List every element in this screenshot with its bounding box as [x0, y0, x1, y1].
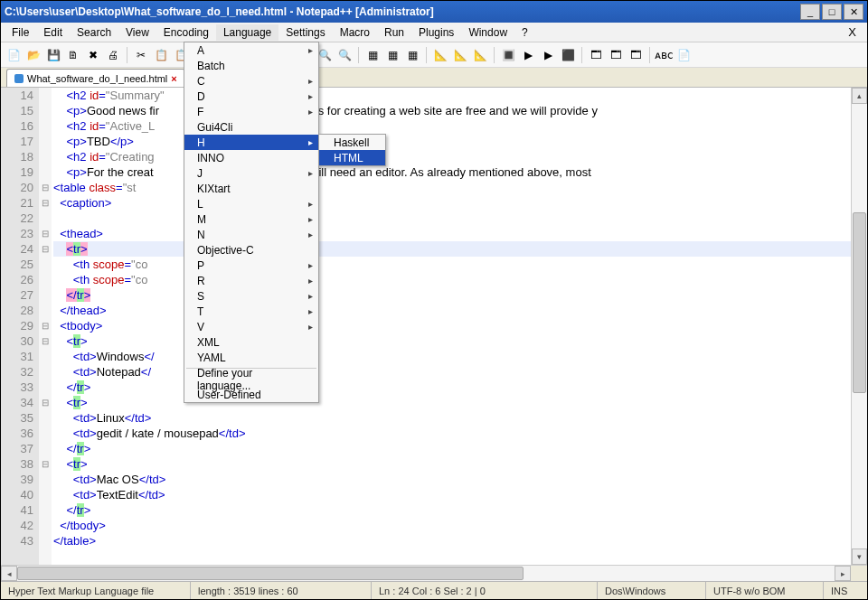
code-line[interactable]: <td>Mac OS</td>	[53, 472, 851, 487]
vertical-scrollbar[interactable]: ▴ ▾	[851, 88, 867, 565]
code-line[interactable]: </tbody>	[53, 518, 851, 533]
toolbar-button[interactable]: ᴀʙᴄ	[655, 46, 673, 64]
scroll-down-button[interactable]: ▾	[852, 548, 867, 565]
code-line[interactable]: <p>For the creat g a web site, you will …	[53, 164, 851, 180]
menu-view[interactable]: View	[118, 24, 156, 41]
toolbar-button[interactable]: 🗔	[627, 46, 645, 64]
code-line[interactable]: <h2 id="Active_L ning</h2>	[53, 118, 851, 134]
code-area[interactable]: <h2 id="Summary" <p>Good news fir ftware…	[52, 88, 851, 565]
code-line[interactable]: <table class="st	[53, 180, 851, 195]
lang-item-f[interactable]: F	[184, 104, 318, 119]
toolbar-button[interactable]: 📋	[152, 46, 170, 64]
secondary-close[interactable]: X	[841, 25, 863, 39]
lang-item-t[interactable]: T	[184, 304, 318, 319]
code-line[interactable]: </tr>	[53, 441, 851, 456]
toolbar-button[interactable]: 🔍	[335, 46, 354, 64]
toolbar-button[interactable]: 🗔	[587, 46, 605, 64]
fold-gutter[interactable]: ⊟⊟⊟⊟⊟⊟⊟⊟	[39, 88, 52, 565]
toolbar-button[interactable]: 📄	[5, 46, 23, 64]
code-line[interactable]: <td>Notepad</	[53, 364, 851, 380]
code-line[interactable]: </tr>	[53, 502, 851, 518]
toolbar-button[interactable]: 📐	[471, 46, 489, 64]
hscroll-thumb[interactable]	[17, 567, 524, 580]
toolbar-button[interactable]: ▶	[539, 46, 557, 64]
editor[interactable]: 1415161718192021222324252627282930313233…	[1, 88, 867, 565]
menu-?[interactable]: ?	[514, 24, 535, 41]
menu-macro[interactable]: Macro	[333, 24, 377, 41]
lang-sub-html[interactable]: HTML	[319, 150, 385, 165]
menu-window[interactable]: Window	[461, 24, 514, 41]
toolbar-button[interactable]: ✂	[132, 46, 150, 64]
toolbar-button[interactable]: 📐	[451, 46, 469, 64]
toolbar-button[interactable]: ▶	[519, 46, 537, 64]
code-line[interactable]: <tr>	[53, 333, 851, 349]
toolbar-button[interactable]: 🗎	[64, 46, 82, 64]
lang-item-v[interactable]: V	[184, 319, 318, 334]
hscroll-track[interactable]	[17, 566, 835, 581]
lang-item-m[interactable]: M	[184, 211, 318, 227]
code-line[interactable]: <thead>	[53, 226, 851, 241]
code-line[interactable]: <td>Windows</	[53, 349, 851, 364]
titlebar[interactable]: C:\Users\user\Desktop\What_software_do_I…	[1, 1, 867, 23]
toolbar-button[interactable]: 🔳	[499, 46, 517, 64]
lang-item-batch[interactable]: Batch	[184, 58, 318, 73]
menu-search[interactable]: Search	[70, 24, 118, 41]
scroll-thumb[interactable]	[853, 212, 866, 393]
code-line[interactable]: <p>TBD</p>	[53, 134, 851, 149]
scroll-left-button[interactable]: ◂	[1, 566, 17, 581]
code-line[interactable]: <h2 id="Creating iting</h2>	[53, 149, 851, 164]
scroll-track[interactable]	[852, 104, 867, 548]
lang-item-p[interactable]: P	[184, 258, 318, 273]
toolbar-button[interactable]: 🖨	[104, 46, 122, 64]
lang-item-xml[interactable]: XML	[184, 334, 318, 350]
lang-item-define-your-language-[interactable]: Define your language...	[184, 371, 318, 387]
code-line[interactable]: <p>Good news fir ftware components for c…	[53, 103, 851, 118]
scroll-right-button[interactable]: ▸	[835, 566, 851, 581]
tab-file[interactable]: What_software_do_I_need.html ×	[6, 69, 185, 87]
close-button[interactable]: ✕	[844, 4, 863, 20]
scroll-up-button[interactable]: ▴	[852, 88, 867, 104]
code-line[interactable]: <td>gedit / kate / mousepad</td>	[53, 426, 851, 441]
lang-item-c[interactable]: C	[184, 73, 318, 89]
lang-item-h[interactable]: H	[184, 135, 318, 150]
lang-item-a[interactable]: A	[184, 42, 318, 58]
toolbar-button[interactable]: 💾	[44, 46, 62, 64]
toolbar-button[interactable]: 📐	[431, 46, 449, 64]
minimize-button[interactable]: _	[800, 4, 820, 20]
lang-item-objective-c[interactable]: Objective-C	[184, 242, 318, 258]
code-line[interactable]: </tr>	[53, 380, 851, 395]
menu-plugins[interactable]: Plugins	[411, 24, 461, 41]
code-line[interactable]: <tbody>	[53, 318, 851, 333]
menu-file[interactable]: File	[5, 24, 36, 41]
lang-item-j[interactable]: J	[184, 165, 318, 181]
lang-item-d[interactable]: D	[184, 89, 318, 104]
code-line[interactable]: <tr>	[53, 241, 851, 257]
toolbar-button[interactable]: 📄	[675, 46, 693, 64]
code-line[interactable]: <h2 id="Summary"	[53, 88, 851, 103]
code-line[interactable]: </thead>	[53, 303, 851, 318]
lang-item-inno[interactable]: INNO	[184, 150, 318, 165]
lang-item-user-defined[interactable]: User-Defined	[184, 387, 318, 402]
toolbar-button[interactable]: ▦	[403, 46, 421, 64]
toolbar-button[interactable]: 📂	[24, 46, 42, 64]
code-line[interactable]: </tr>	[53, 287, 851, 303]
menu-encoding[interactable]: Encoding	[156, 24, 216, 41]
toolbar-button[interactable]: ⬛	[559, 46, 577, 64]
horizontal-scrollbar[interactable]: ◂ ▸	[1, 565, 867, 581]
menu-edit[interactable]: Edit	[36, 24, 70, 41]
toolbar-button[interactable]: ▦	[363, 46, 382, 64]
menu-settings[interactable]: Settings	[278, 24, 332, 41]
code-line[interactable]: <th scope="co /th>	[53, 257, 851, 272]
toolbar-button[interactable]: 🗔	[607, 46, 625, 64]
code-line[interactable]: <tr>	[53, 456, 851, 472]
menu-run[interactable]: Run	[377, 24, 411, 41]
menu-language[interactable]: Language	[216, 24, 278, 41]
lang-item-gui4cli[interactable]: Gui4Cli	[184, 119, 318, 135]
close-icon[interactable]: ×	[171, 73, 176, 84]
code-line[interactable]: <td>TextEdit</td>	[53, 487, 851, 502]
toolbar-button[interactable]: ▦	[383, 46, 401, 64]
maximize-button[interactable]: □	[822, 4, 842, 20]
code-line[interactable]: <th scope="co th>	[53, 272, 851, 287]
lang-item-l[interactable]: L	[184, 196, 318, 211]
lang-item-s[interactable]: S	[184, 288, 318, 304]
